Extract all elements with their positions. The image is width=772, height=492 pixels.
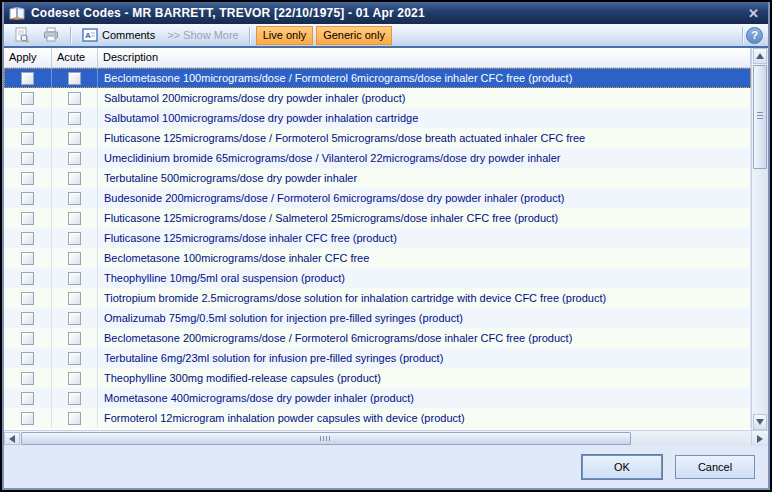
rows-container: Beclometasone 100micrograms/dose / Formo… <box>4 68 751 428</box>
acute-checkbox[interactable] <box>68 172 81 185</box>
table-row[interactable]: Mometasone 400micrograms/dose dry powder… <box>4 388 751 408</box>
apply-cell <box>4 348 52 368</box>
apply-checkbox[interactable] <box>21 192 34 205</box>
table-row[interactable]: Fluticasone 125micrograms/dose / Formote… <box>4 128 751 148</box>
acute-checkbox[interactable] <box>68 252 81 265</box>
apply-cell <box>4 68 52 88</box>
apply-checkbox[interactable] <box>21 312 34 325</box>
apply-checkbox[interactable] <box>21 212 34 225</box>
apply-checkbox[interactable] <box>21 172 34 185</box>
scroll-right-button[interactable] <box>751 430 768 446</box>
thumb-grip <box>320 436 331 441</box>
generic-only-toggle[interactable]: Generic only <box>316 26 392 45</box>
table-row[interactable]: Terbutaline 500micrograms/dose dry powde… <box>4 168 751 188</box>
apply-cell <box>4 308 52 328</box>
table-row[interactable]: Theophylline 10mg/5ml oral suspension (p… <box>4 268 751 288</box>
horizontal-scrollbar-thumb[interactable] <box>21 432 631 445</box>
description-cell: Budesonide 200micrograms/dose / Formoter… <box>98 188 751 208</box>
table-row[interactable]: Theophylline 300mg modified-release caps… <box>4 368 751 388</box>
apply-checkbox[interactable] <box>21 132 34 145</box>
triangle-down-icon <box>756 419 764 425</box>
table-row[interactable]: Omalizumab 75mg/0.5ml solution for injec… <box>4 308 751 328</box>
acute-cell <box>52 328 98 348</box>
acute-checkbox[interactable] <box>68 352 81 365</box>
acute-checkbox[interactable] <box>68 212 81 225</box>
column-header-description[interactable]: Description <box>98 48 751 68</box>
print-preview-button[interactable] <box>9 25 35 45</box>
acute-checkbox[interactable] <box>68 392 81 405</box>
acute-checkbox[interactable] <box>68 92 81 105</box>
table-row[interactable]: Formoterol 12microgram inhalation powder… <box>4 408 751 428</box>
apply-checkbox[interactable] <box>21 272 34 285</box>
acute-checkbox[interactable] <box>68 372 81 385</box>
apply-cell <box>4 148 52 168</box>
acute-cell <box>52 168 98 188</box>
table-row[interactable]: Salbutamol 100micrograms/dose dry powder… <box>4 108 751 128</box>
acute-checkbox[interactable] <box>68 272 81 285</box>
thumb-grip <box>757 112 763 121</box>
acute-checkbox[interactable] <box>68 312 81 325</box>
apply-checkbox[interactable] <box>21 352 34 365</box>
description-cell: Theophylline 10mg/5ml oral suspension (p… <box>98 268 751 288</box>
table-row[interactable]: Beclometasone 100micrograms/dose inhaler… <box>4 248 751 268</box>
apply-checkbox[interactable] <box>21 332 34 345</box>
apply-checkbox[interactable] <box>21 252 34 265</box>
apply-checkbox[interactable] <box>21 232 34 245</box>
vertical-scrollbar-thumb[interactable] <box>753 65 767 169</box>
acute-cell <box>52 288 98 308</box>
apply-checkbox[interactable] <box>21 92 34 105</box>
ok-button[interactable]: OK <box>582 455 662 479</box>
description-cell: Theophylline 300mg modified-release caps… <box>98 368 751 388</box>
close-icon[interactable]: ✕ <box>746 7 761 20</box>
comments-button[interactable]: A Comments <box>77 25 160 45</box>
apply-checkbox[interactable] <box>21 372 34 385</box>
description-cell: Umeclidinium bromide 65micrograms/dose /… <box>98 148 751 168</box>
cancel-button[interactable]: Cancel <box>675 455 755 479</box>
acute-checkbox[interactable] <box>68 332 81 345</box>
vertical-scrollbar[interactable] <box>751 48 768 430</box>
titlebar: Codeset Codes - MR BARRETT, TREVOR [22/1… <box>4 2 768 24</box>
apply-checkbox[interactable] <box>21 152 34 165</box>
acute-cell <box>52 368 98 388</box>
table-row[interactable]: Umeclidinium bromide 65micrograms/dose /… <box>4 148 751 168</box>
table-row[interactable]: Fluticasone 125micrograms/dose / Salmete… <box>4 208 751 228</box>
table-row[interactable]: Budesonide 200micrograms/dose / Formoter… <box>4 188 751 208</box>
scroll-up-button[interactable] <box>753 48 767 64</box>
acute-cell <box>52 88 98 108</box>
live-only-toggle[interactable]: Live only <box>256 26 313 45</box>
acute-checkbox[interactable] <box>68 132 81 145</box>
acute-checkbox[interactable] <box>68 232 81 245</box>
acute-checkbox[interactable] <box>68 152 81 165</box>
apply-cell <box>4 88 52 108</box>
acute-checkbox[interactable] <box>68 112 81 125</box>
acute-checkbox[interactable] <box>68 192 81 205</box>
table-row[interactable]: Beclometasone 100micrograms/dose / Formo… <box>4 68 751 88</box>
table-row[interactable]: Salbutamol 200micrograms/dose dry powder… <box>4 88 751 108</box>
column-header-acute[interactable]: Acute <box>52 48 98 68</box>
table-row[interactable]: Terbutaline 6mg/23ml solution for infusi… <box>4 348 751 368</box>
acute-checkbox[interactable] <box>68 412 81 425</box>
table-row[interactable]: Fluticasone 125micrograms/dose inhaler C… <box>4 228 751 248</box>
apply-checkbox[interactable] <box>21 112 34 125</box>
acute-checkbox[interactable] <box>68 72 81 85</box>
acute-cell <box>52 128 98 148</box>
grid-header: Apply Acute Description <box>4 48 751 68</box>
description-cell: Fluticasone 125micrograms/dose inhaler C… <box>98 228 751 248</box>
apply-checkbox[interactable] <box>21 72 34 85</box>
column-header-apply[interactable]: Apply <box>4 48 52 68</box>
scroll-down-button[interactable] <box>753 414 767 430</box>
table-row[interactable]: Beclometasone 200micrograms/dose / Formo… <box>4 328 751 348</box>
help-icon[interactable]: ? <box>746 27 763 44</box>
acute-checkbox[interactable] <box>68 292 81 305</box>
table-row[interactable]: Tiotropium bromide 2.5micrograms/dose so… <box>4 288 751 308</box>
apply-checkbox[interactable] <box>21 412 34 425</box>
apply-cell <box>4 228 52 248</box>
scroll-left-button[interactable] <box>4 432 20 445</box>
show-more-button[interactable]: >> Show More <box>163 29 243 41</box>
horizontal-scrollbar[interactable] <box>4 430 751 446</box>
apply-cell <box>4 268 52 288</box>
apply-checkbox[interactable] <box>21 292 34 305</box>
description-cell: Fluticasone 125micrograms/dose / Formote… <box>98 128 751 148</box>
apply-checkbox[interactable] <box>21 392 34 405</box>
print-button[interactable] <box>38 25 64 45</box>
